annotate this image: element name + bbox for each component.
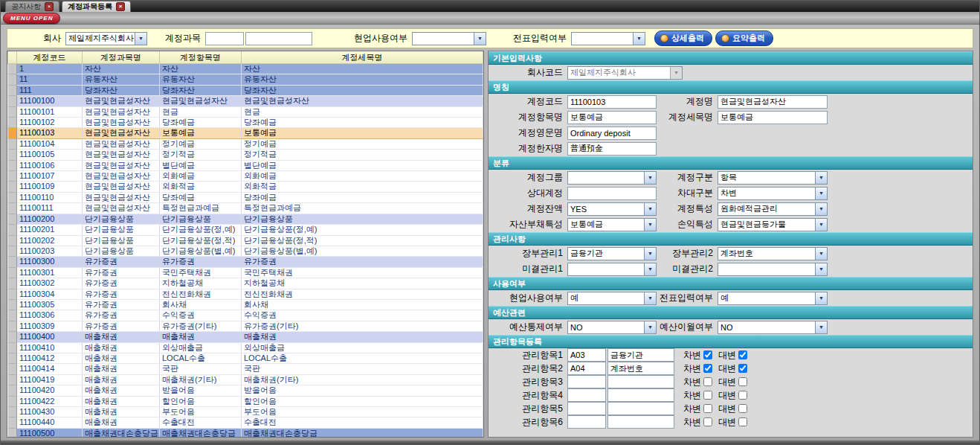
credit-checkbox[interactable]	[738, 404, 747, 413]
budget-carry-select[interactable]: NO ▼	[718, 321, 828, 334]
company-select[interactable]: 제일제지주식회사 ▼	[65, 32, 147, 45]
summary-print-button[interactable]: 요약출력	[715, 31, 773, 46]
budget-control-select[interactable]: NO ▼	[567, 321, 657, 334]
account-row[interactable]: 11100103 현금및현금성자산 보통예금 보통예금	[8, 128, 483, 138]
account-row[interactable]: 11100306 유가증권 수익증권 수익증권	[8, 310, 483, 321]
open-mgmt1-select[interactable]: ▼	[567, 263, 657, 276]
row-selector[interactable]	[8, 160, 17, 170]
row-selector[interactable]	[8, 150, 17, 160]
row-selector[interactable]	[8, 128, 17, 138]
row-selector[interactable]	[8, 289, 17, 299]
account-row[interactable]: 11100410 매출채권 외상매출금 외상매출금	[8, 342, 483, 353]
detail-name-field[interactable]	[718, 111, 828, 124]
slip-entry-select[interactable]: ▼	[571, 32, 645, 45]
account-row[interactable]: 11100110 현금및현금성자산 당좌예금 당좌예금	[8, 192, 483, 202]
mgmt-item-name-input[interactable]	[607, 375, 674, 388]
account-row[interactable]: 11100100 현금및현금성자산 현금및현금성자산 현금및현금성자산	[8, 96, 483, 106]
account-row[interactable]: 111 당좌자산 당좌자산 당좌자산	[8, 85, 483, 95]
account-row[interactable]: 11100111 현금및현금성자산 특정현금과예금 특정현금과예금	[8, 203, 483, 214]
account-row[interactable]: 11100304 유가증권 전신전화채권 전신전화채권	[8, 289, 483, 299]
credit-checkbox[interactable]	[738, 417, 747, 426]
biz-use-select[interactable]: ▼	[412, 32, 486, 45]
mgmt-item-code-input[interactable]	[567, 375, 606, 388]
row-selector[interactable]	[8, 310, 17, 321]
slip-entry-panel-select[interactable]: 예 ▼	[718, 292, 828, 305]
account-row[interactable]: 11100440 매출채권 수출대전 수출대전	[8, 417, 483, 428]
account-row[interactable]: 11100104 현금및현금성자산 정기예금 정기예금	[8, 138, 483, 149]
tab-account-register[interactable]: 계정과목등록 ×	[62, 1, 131, 12]
row-selector[interactable]	[8, 225, 17, 235]
account-name-field[interactable]	[718, 95, 828, 109]
row-selector[interactable]	[8, 364, 17, 374]
account-row[interactable]: 11100109 현금및현금성자산 외화적금 외화적금	[8, 182, 483, 192]
row-selector[interactable]	[8, 214, 17, 224]
row-selector[interactable]	[8, 332, 17, 342]
row-selector[interactable]	[8, 396, 17, 406]
row-selector[interactable]	[8, 321, 17, 331]
grid-header-detail[interactable]: 계정세목명	[242, 51, 483, 64]
account-row[interactable]: 11100101 현금및현금성자산 현금 현금	[8, 106, 483, 117]
mgmt-item-name-input[interactable]	[607, 362, 674, 375]
book-mgmt1-select[interactable]: 금융기관 ▼	[567, 247, 657, 260]
book-mgmt2-select[interactable]: 계좌번호 ▼	[718, 247, 828, 260]
row-selector[interactable]	[8, 106, 17, 117]
account-row[interactable]: 11100309 유가증권 유가증권(기타) 유가증권(기타)	[8, 321, 483, 331]
row-selector[interactable]	[8, 138, 17, 149]
debit-checkbox[interactable]	[703, 377, 712, 386]
debit-checkbox[interactable]	[703, 391, 712, 400]
row-selector[interactable]	[8, 385, 17, 396]
pl-trait-select[interactable]: 현금및현금등가물 ▼	[718, 218, 828, 231]
mgmt-item-code-input[interactable]	[567, 415, 606, 429]
account-row[interactable]: 11100106 현금및현금성자산 별단예금 별단예금	[8, 160, 483, 170]
hanja-name-field[interactable]	[567, 142, 657, 156]
row-selector[interactable]	[8, 96, 17, 106]
account-code-field[interactable]	[567, 95, 657, 109]
row-selector[interactable]	[8, 192, 17, 202]
row-selector[interactable]	[8, 246, 17, 256]
debit-checkbox[interactable]	[703, 364, 712, 373]
account-row[interactable]: 11100500 매출채권대손충당금 매출채권대손충당금 매출채권대손충당금	[8, 428, 483, 438]
balance-select[interactable]: YES ▼	[567, 202, 657, 216]
row-selector[interactable]	[8, 407, 17, 417]
row-selector[interactable]	[8, 353, 17, 363]
row-selector[interactable]	[8, 428, 17, 438]
asset-trait-select[interactable]: 보통예금 ▼	[567, 218, 657, 231]
account-row[interactable]: 11 유동자산 유동자산 유동자산	[8, 74, 483, 85]
row-selector[interactable]	[8, 203, 17, 214]
account-row[interactable]: 11100420 매출채권 받을어음 받을어음	[8, 385, 483, 396]
close-icon[interactable]: ×	[45, 2, 54, 11]
mgmt-item-name-input[interactable]	[607, 388, 674, 402]
grid-header-code[interactable]: 계정코드	[17, 51, 83, 64]
mgmt-item-name-input[interactable]	[607, 348, 674, 362]
biz-use-panel-select[interactable]: 예 ▼	[567, 292, 657, 305]
debit-checkbox[interactable]	[703, 350, 712, 359]
row-selector[interactable]	[8, 64, 17, 74]
mgmt-item-code-input[interactable]	[567, 348, 606, 362]
row-selector[interactable]	[8, 74, 17, 85]
account-row[interactable]: 1 자산 자산 자산	[8, 64, 483, 74]
grid-header-name[interactable]: 계정과목명	[83, 51, 160, 64]
grid-header-item[interactable]: 계정항목명	[160, 51, 242, 64]
account-name-input[interactable]	[245, 32, 312, 45]
trait-select[interactable]: 원화예적금관리 ▼	[718, 202, 828, 216]
credit-checkbox[interactable]	[738, 377, 747, 386]
account-row[interactable]: 11100305 유가증권 회사채 회사채	[8, 299, 483, 310]
credit-checkbox[interactable]	[738, 364, 747, 373]
row-selector[interactable]	[8, 374, 17, 385]
row-selector[interactable]	[8, 417, 17, 428]
row-selector[interactable]	[8, 267, 17, 278]
account-row[interactable]: 11100102 현금및현금성자산 당좌예금 당좌예금	[8, 118, 483, 128]
mgmt-item-code-input[interactable]	[567, 362, 606, 375]
credit-checkbox[interactable]	[738, 391, 747, 400]
counter-account-field[interactable]	[567, 187, 657, 200]
open-mgmt2-select[interactable]: ▼	[718, 263, 828, 276]
row-selector[interactable]	[8, 85, 17, 95]
mgmt-item-code-input[interactable]	[567, 402, 606, 415]
detail-print-button[interactable]: 상세출력	[654, 31, 712, 46]
row-selector[interactable]	[8, 171, 17, 182]
account-group-select[interactable]: ▼	[567, 171, 657, 185]
account-row[interactable]: 11100202 단기금융상품 단기금융상품(정,적) 단기금융상품(정,적)	[8, 235, 483, 246]
account-row[interactable]: 11100203 단기금융상품 단기금융상품(별,예) 단기금융상품(별,예)	[8, 246, 483, 256]
row-selector[interactable]	[8, 235, 17, 246]
credit-checkbox[interactable]	[738, 350, 747, 359]
